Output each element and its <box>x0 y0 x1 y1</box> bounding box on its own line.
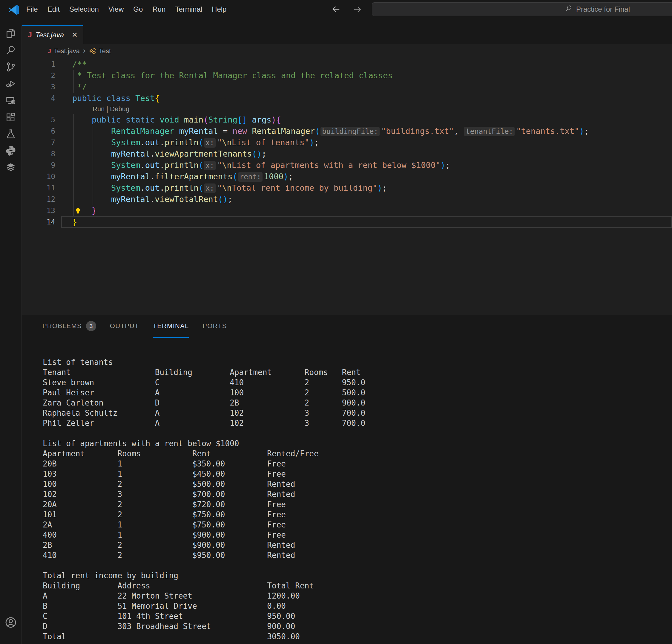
breadcrumb: J Test.java › Test <box>22 44 672 59</box>
breadcrumb-file[interactable]: Test.java <box>54 47 80 55</box>
code-line-5[interactable]: 5 public static void main(String[] args)… <box>22 114 672 126</box>
activity-bar <box>0 25 22 644</box>
line-number: 7 <box>22 137 55 148</box>
line-number: 1 <box>22 59 55 70</box>
code-text: RentalManager myRental = new RentalManag… <box>55 126 589 137</box>
class-symbol-icon <box>89 47 96 55</box>
breadcrumb-symbol[interactable]: Test <box>99 47 111 55</box>
remote-explorer-icon[interactable] <box>0 92 22 109</box>
menu-terminal[interactable]: Terminal <box>170 2 207 16</box>
history-forward-button[interactable] <box>350 2 365 16</box>
code-text: } <box>55 216 77 228</box>
codelens-run-link[interactable]: Run <box>93 105 105 113</box>
panel-tabs: PROBLEMS3OUTPUTTERMINALPORTS <box>22 315 672 338</box>
line-number: 4 <box>22 93 55 104</box>
title-bar: FileEditSelectionViewGoRunTerminalHelp P… <box>0 0 672 25</box>
line-number: 5 <box>22 114 55 126</box>
panel-tab-label: PORTS <box>203 322 227 330</box>
editor-region: J Test.java ✕ J Test.java › Test 1/**2 *… <box>22 25 672 315</box>
account-button[interactable] <box>0 615 22 631</box>
search-icon <box>565 4 573 14</box>
code-line-9[interactable]: 9 System.out.println(x:"\nList of apartm… <box>22 160 672 171</box>
code-line-11[interactable]: 11 System.out.println(x:"\nTotal rent in… <box>22 182 672 194</box>
code-line-7[interactable]: 7 System.out.println(x:"\nList of tenant… <box>22 137 672 148</box>
line-number: 13 <box>22 205 55 216</box>
bottom-panel: PROBLEMS3OUTPUTTERMINALPORTS List of ten… <box>22 315 672 644</box>
activity-bar-items <box>0 25 22 176</box>
panel-tab-output[interactable]: OUTPUT <box>110 315 139 338</box>
menu-selection[interactable]: Selection <box>64 2 104 16</box>
code-line-2[interactable]: 2 * Test class for the Rental Manager cl… <box>22 70 672 81</box>
panel-tab-ports[interactable]: PORTS <box>203 315 227 338</box>
code-lines: 1/**2 * Test class for the Rental Manage… <box>22 59 672 228</box>
panel-tab-problems[interactable]: PROBLEMS3 <box>43 315 96 338</box>
python-icon[interactable] <box>0 142 22 159</box>
search-icon[interactable] <box>0 42 22 59</box>
code-text: System.out.println(x:"\nTotal rent incom… <box>55 182 387 194</box>
line-number: 10 <box>22 171 55 182</box>
line-number: 11 <box>22 182 55 194</box>
code-line-13[interactable]: 13 } <box>22 205 672 216</box>
extensions-icon[interactable] <box>0 109 22 126</box>
testing-icon[interactable] <box>0 126 22 142</box>
history-back-button[interactable] <box>328 2 344 16</box>
codelens-separator: | <box>105 105 110 113</box>
code-text: myRental.filterApartments(rent:1000); <box>55 171 293 182</box>
line-number: 9 <box>22 160 55 171</box>
code-text: * Test class for the Rental Manager clas… <box>55 70 393 81</box>
menu-bar: FileEditSelectionViewGoRunTerminalHelp <box>22 2 231 16</box>
code-line-1[interactable]: 1/** <box>22 59 672 70</box>
panel-tab-terminal[interactable]: TERMINAL <box>153 315 189 338</box>
code-line-10[interactable]: 10 myRental.filterApartments(rent:1000); <box>22 171 672 182</box>
code-text: */ <box>55 81 87 93</box>
code-text: public class Test{ <box>55 93 160 104</box>
source-control-icon[interactable] <box>0 59 22 75</box>
code-text: /** <box>55 59 87 70</box>
code-text: System.out.println(x:"\nList of tenants"… <box>55 137 319 148</box>
run-debug-icon[interactable] <box>0 75 22 92</box>
codelens-debug-link[interactable]: Debug <box>110 105 129 113</box>
lightbulb-icon[interactable] <box>74 207 82 215</box>
line-number: 14 <box>22 216 55 228</box>
account-icon <box>4 616 17 630</box>
menu-file[interactable]: File <box>22 2 43 16</box>
tab-close-icon[interactable]: ✕ <box>72 31 77 39</box>
code-line-14[interactable]: 14} <box>22 216 672 228</box>
menu-view[interactable]: View <box>104 2 129 16</box>
panel-tab-label: OUTPUT <box>110 322 139 330</box>
editor-tabs: J Test.java ✕ <box>22 25 672 44</box>
line-number: 6 <box>22 126 55 137</box>
code-text: myRental.viewTotalRent(); <box>55 194 232 205</box>
codelens: Run | Debug <box>22 104 672 114</box>
line-number: 8 <box>22 148 55 160</box>
code-line-12[interactable]: 12 myRental.viewTotalRent(); <box>22 194 672 205</box>
command-center-label: Practice for Final <box>576 5 630 13</box>
layers-icon[interactable] <box>0 159 22 176</box>
java-file-icon: J <box>28 31 32 39</box>
code-text: System.out.println(x:"\nList of apartmen… <box>55 160 450 171</box>
line-number: 2 <box>22 70 55 81</box>
code-line-4[interactable]: 4public class Test{ <box>22 93 672 104</box>
tab-label: Test.java <box>36 31 64 39</box>
menu-edit[interactable]: Edit <box>43 2 64 16</box>
terminal-output[interactable]: List of tenants Tenant Building Apartmen… <box>43 357 365 642</box>
menu-go[interactable]: Go <box>129 2 147 16</box>
line-number: 3 <box>22 81 55 93</box>
line-number: 12 <box>22 194 55 205</box>
chevron-right-icon: › <box>82 46 86 57</box>
panel-tab-label: TERMINAL <box>153 322 189 330</box>
tab-test-java[interactable]: J Test.java ✕ <box>22 25 83 44</box>
code-text: public static void main(String[] args){ <box>55 114 281 126</box>
menu-run[interactable]: Run <box>147 2 170 16</box>
command-center-search[interactable]: Practice for Final <box>372 2 672 16</box>
code-line-6[interactable]: 6 RentalManager myRental = new RentalMan… <box>22 126 672 137</box>
vscode-logo-icon <box>8 4 20 16</box>
code-line-8[interactable]: 8 myRental.viewApartmentTenants(); <box>22 148 672 160</box>
code-text: myRental.viewApartmentTenants(); <box>55 148 266 160</box>
menu-help[interactable]: Help <box>207 2 231 16</box>
problems-count-badge: 3 <box>86 321 96 331</box>
explorer-icon[interactable] <box>0 25 22 42</box>
code-line-3[interactable]: 3 */ <box>22 81 672 93</box>
java-file-icon: J <box>48 47 51 55</box>
editor-code[interactable]: 1/**2 * Test class for the Rental Manage… <box>22 59 672 228</box>
